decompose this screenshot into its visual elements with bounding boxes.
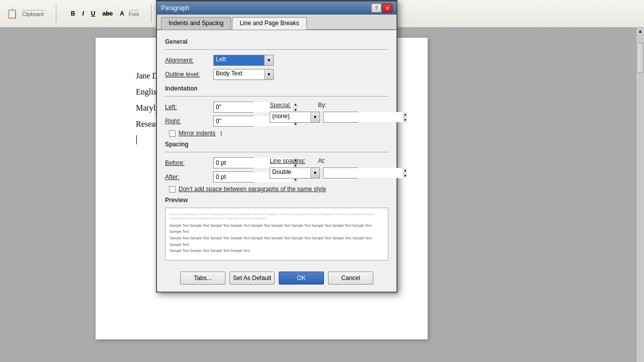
spacing-header: Spacing	[165, 141, 388, 148]
toolbar-paste-section: 📋 Clipboard	[4, 7, 44, 21]
mirror-indent-checkbox[interactable]	[169, 130, 176, 137]
indent-left-input[interactable]: ▲ ▼	[213, 102, 254, 113]
special-value: (none)	[270, 112, 310, 122]
line-spacing-dropdown-arrow[interactable]: ▼	[310, 168, 319, 178]
italic-button[interactable]: I	[79, 9, 86, 19]
indentation-divider	[165, 96, 388, 97]
by-spin: ▲ ▼	[403, 112, 407, 122]
preview-box: Previous Paragraph Previous Paragraph Pr…	[165, 208, 388, 260]
tabs-button[interactable]: Tabs...	[180, 272, 225, 285]
cursor-indicator: |	[220, 130, 222, 136]
mirror-indent-row: Mirror indents |	[169, 130, 388, 137]
alignment-value: Left	[214, 55, 264, 65]
line-spacing-value: Double	[270, 168, 310, 178]
strikethrough-button[interactable]: abc	[100, 9, 116, 19]
alignment-dropdown-arrow[interactable]: ▼	[264, 55, 273, 65]
after-row: After: ▲ ▼	[165, 171, 266, 183]
indentation-header: Indentation	[165, 85, 388, 92]
tab-line-breaks[interactable]: Line and Page Breaks	[232, 17, 306, 30]
vertical-scrollbar[interactable]: ▲	[636, 28, 644, 362]
at-label: At:	[318, 157, 363, 164]
by-input[interactable]: ▲ ▼	[323, 112, 358, 123]
at-value[interactable]	[324, 168, 403, 178]
dialog-content: General Alignment: Left ▼ Outline level:…	[157, 30, 396, 266]
dialog-tabs: Indents and Spacing Line and Page Breaks	[157, 15, 396, 30]
line-spacing-inputs-row: Double ▼ ▲ ▼	[270, 167, 388, 178]
alignment-row: Alignment: Left ▼	[165, 55, 388, 66]
line-spacing-row: Line spacing: At:	[270, 157, 388, 164]
text-cursor	[136, 135, 137, 144]
bold-button[interactable]: B	[68, 9, 78, 19]
paragraph-dialog[interactable]: Paragraph ? ✕ Indents and Spacing Line a…	[156, 0, 397, 293]
at-up[interactable]: ▲	[404, 168, 407, 173]
by-label: By:	[318, 102, 363, 109]
at-down[interactable]: ▼	[404, 173, 407, 178]
spacing-cols: Before: ▲ ▼ After:	[165, 157, 388, 186]
tab-indents-spacing[interactable]: Indents and Spacing	[161, 17, 231, 30]
spacing-right-col: Line spacing: At: Double ▼ ▲ ▼	[270, 157, 388, 186]
divider-2	[151, 5, 151, 23]
outline-label: Outline level:	[165, 71, 210, 78]
set-default-button[interactable]: Set As Default	[229, 272, 275, 285]
help-button[interactable]: ?	[371, 4, 381, 13]
ok-button[interactable]: OK	[279, 272, 324, 285]
close-button[interactable]: ✕	[382, 4, 392, 13]
alignment-select[interactable]: Left ▼	[213, 55, 274, 66]
general-divider	[165, 49, 388, 50]
outline-row: Outline level: Body Text ▼	[165, 69, 388, 80]
scrollbar-thumb[interactable]	[637, 43, 644, 73]
cancel-button[interactable]: Cancel	[328, 272, 373, 285]
dont-add-space-checkbox[interactable]	[169, 186, 176, 193]
line-spacing-label: Line spacing:	[270, 157, 315, 164]
underline-button[interactable]: U	[89, 9, 98, 19]
preview-sample-2: Sample Text Sample Text Sample Text Samp…	[170, 235, 384, 248]
dialog-titlebar: Paragraph ? ✕	[157, 2, 396, 15]
outline-dropdown-arrow[interactable]: ▼	[264, 69, 273, 79]
preview-header: Preview	[165, 197, 388, 204]
toolbar-font-section: B I U abc A Font	[68, 9, 139, 19]
indentation-cols: Left: ▲ ▼ Right:	[165, 102, 388, 130]
line-spacing-select[interactable]: Double ▼	[270, 167, 320, 178]
outline-value: Body Text	[214, 69, 264, 79]
special-select[interactable]: (none) ▼	[270, 112, 320, 123]
at-input[interactable]: ▲ ▼	[323, 167, 358, 178]
indentation-left-col: Left: ▲ ▼ Right:	[165, 102, 266, 130]
preview-gray-text: Previous Paragraph Previous Paragraph Pr…	[170, 212, 384, 221]
special-inputs-row: (none) ▼ ▲ ▼	[270, 112, 388, 123]
paste-button[interactable]: 📋	[4, 7, 20, 21]
by-value[interactable]	[324, 112, 403, 122]
spacing-left-col: Before: ▲ ▼ After:	[165, 157, 266, 186]
indent-right-row: Right: ▲ ▼	[165, 116, 266, 127]
divider-1	[56, 5, 56, 23]
indent-right-input[interactable]: ▲ ▼	[213, 116, 254, 127]
before-label: Before:	[165, 159, 210, 166]
before-input[interactable]: ▲ ▼	[213, 157, 254, 168]
before-row: Before: ▲ ▼	[165, 157, 266, 168]
indent-right-label: Right:	[165, 118, 210, 125]
clipboard-label: Clipboard	[22, 10, 44, 17]
by-up[interactable]: ▲	[404, 112, 407, 118]
special-label: Special:	[270, 102, 315, 109]
dont-add-space-row: Don't add space between paragraphs of th…	[169, 186, 388, 193]
after-input[interactable]: ▲ ▼	[213, 171, 254, 183]
indentation-right-col: Special: By: (none) ▼ ▲ ▼	[270, 102, 388, 130]
special-dropdown-arrow[interactable]: ▼	[310, 112, 319, 122]
alignment-label: Alignment:	[165, 57, 210, 64]
font-color-button[interactable]: A	[117, 9, 127, 19]
after-label: After:	[165, 173, 210, 180]
dont-add-space-label: Don't add space between paragraphs of th…	[179, 186, 326, 193]
at-spin: ▲ ▼	[403, 168, 407, 178]
indent-left-row: Left: ▲ ▼	[165, 102, 266, 113]
preview-sample-1: Sample Text Sample Text Sample Text Samp…	[170, 223, 384, 235]
preview-section: Preview Previous Paragraph Previous Para…	[165, 197, 388, 260]
general-header: General	[165, 38, 388, 45]
font-label: Font	[129, 10, 139, 17]
scroll-up-button[interactable]: ▲	[636, 28, 644, 35]
dialog-footer: Tabs... Set As Default OK Cancel	[157, 266, 396, 292]
outline-select[interactable]: Body Text ▼	[213, 69, 274, 80]
special-row: Special: By:	[270, 102, 388, 109]
titlebar-buttons: ? ✕	[371, 4, 392, 13]
spacing-divider	[165, 152, 388, 152]
preview-sample-3: Sample Text Sample Text Sample Text Samp…	[170, 248, 384, 254]
by-down[interactable]: ▼	[404, 118, 407, 123]
